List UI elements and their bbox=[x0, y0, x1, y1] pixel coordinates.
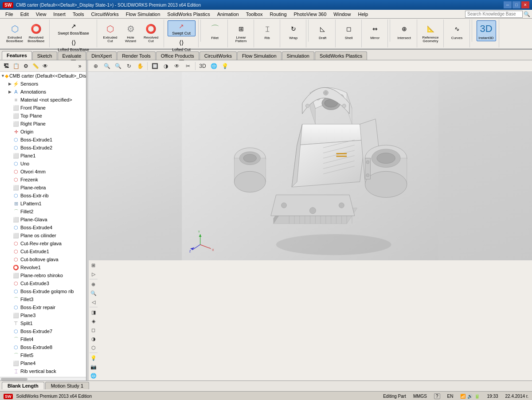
apply-scene-icon[interactable]: 🌐 bbox=[209, 62, 219, 71]
ambient-occlusion-icon[interactable]: 💡 bbox=[220, 62, 230, 71]
tab-simulation[interactable]: Simulation bbox=[282, 51, 314, 60]
property-manager-icon[interactable]: 📋 bbox=[12, 62, 20, 71]
tree-item-plane1[interactable]: ⬜ Plane1 bbox=[0, 152, 86, 160]
menu-help[interactable]: Help bbox=[354, 11, 372, 18]
zoom-in-icon[interactable]: 🔍 bbox=[102, 62, 112, 71]
lofted-boss-base-button[interactable]: ⟨⟩ Lofted Boss/Base bbox=[53, 37, 94, 53]
tree-item-revolve1[interactable]: ⭕ Revolve1 bbox=[0, 263, 86, 271]
tree-item-boss-extrude7[interactable]: ⬡ Boss-Extrude7 bbox=[0, 327, 86, 335]
linear-pattern-button[interactable]: ⊞ LinearPattern bbox=[231, 20, 251, 44]
tree-item-lpattern1[interactable]: ⊞ LPattern1 bbox=[0, 200, 86, 208]
tree-item-cut-rev-rebr[interactable]: ⬡ Cut-Rev-rebr glava bbox=[0, 239, 86, 247]
zoom-fit-rt-icon[interactable]: ⊕ bbox=[90, 280, 98, 288]
rt-display4[interactable]: ◑ bbox=[90, 335, 98, 343]
tree-item-uno[interactable]: ⬡ Uno bbox=[0, 160, 86, 168]
shell-button[interactable]: ◻ Shell bbox=[339, 20, 359, 41]
rt-scene-icon[interactable]: 🌐 bbox=[90, 372, 98, 380]
rt-btn2[interactable]: ▷ bbox=[90, 270, 98, 278]
tree-item-plane-os-cilinder[interactable]: ⬜ Plane os cilinder bbox=[0, 231, 86, 239]
tree-item-plane-rebra[interactable]: ⬜ Plane-rebra bbox=[0, 184, 86, 192]
instant3d-button[interactable]: 3D Instant3D bbox=[477, 20, 496, 41]
swept-cut-button[interactable]: ↗ Swept Cut bbox=[168, 20, 196, 36]
rt-display5[interactable]: ⬡ bbox=[90, 344, 98, 352]
rt-display2[interactable]: ◈ bbox=[90, 317, 98, 325]
tree-item-fillet5[interactable]: ⌒ Fillet5 bbox=[0, 351, 86, 359]
h-scrollbar-thumb[interactable] bbox=[1, 378, 27, 380]
feature-manager-icon[interactable]: 🏗 bbox=[2, 62, 11, 71]
tree-item-plane-glava[interactable]: ⬜ Plane-Glava bbox=[0, 216, 86, 224]
zoom-out-icon[interactable]: 🔍 bbox=[113, 62, 123, 71]
tree-item-boss-extrude-golqmo[interactable]: ⬡ Boss-Extrude golqmo rib bbox=[0, 287, 86, 295]
menu-toolbox[interactable]: Toolbox bbox=[243, 11, 266, 18]
menu-sw-plastics[interactable]: SolidWorks Plastics bbox=[164, 11, 213, 18]
tree-item-split1[interactable]: ⊤ Split1 bbox=[0, 319, 86, 327]
tree-root[interactable]: ▼ ◆ CMB carter (Default<<Default>_Disp..… bbox=[0, 72, 86, 80]
revolved-cut-button[interactable]: ⭕ RevolvedCut bbox=[141, 20, 161, 44]
section-view-icon[interactable]: ✂ bbox=[183, 62, 193, 71]
lofted-cut-button[interactable]: ⟨⟩ Lofted Cut bbox=[168, 37, 196, 53]
menu-file[interactable]: File bbox=[2, 11, 17, 18]
curves-button[interactable]: ∿ Curves bbox=[447, 20, 467, 41]
fillet-button[interactable]: ⌒ Fillet bbox=[205, 20, 225, 41]
tab-features[interactable]: Features bbox=[2, 51, 32, 60]
search-input[interactable] bbox=[465, 11, 523, 18]
rt-light-icon[interactable]: 💡 bbox=[90, 354, 98, 362]
tree-item-top-plane[interactable]: ⬜ Top Plane bbox=[0, 112, 86, 120]
expand-panel-icon[interactable]: » bbox=[75, 62, 84, 71]
tree-item-boss-extrude1[interactable]: ⬡ Boss-Extrude1 bbox=[0, 136, 86, 144]
config-manager-icon[interactable]: ⚙ bbox=[21, 62, 30, 71]
extruded-cut-button[interactable]: ⬡ ExtrudedCut bbox=[101, 20, 120, 44]
menu-routing[interactable]: Routing bbox=[266, 11, 290, 18]
tab-office-products[interactable]: Office Products bbox=[156, 51, 199, 60]
menu-view[interactable]: View bbox=[32, 11, 50, 18]
btab-blank-length[interactable]: Blank Length bbox=[2, 382, 44, 389]
reference-geometry-button[interactable]: 📐 ReferenceGeometry bbox=[421, 20, 441, 44]
tab-sketch[interactable]: Sketch bbox=[32, 51, 57, 60]
display-style-icon[interactable]: ◑ bbox=[161, 62, 171, 71]
menu-animation[interactable]: Animation bbox=[214, 11, 243, 18]
menu-window[interactable]: Window bbox=[330, 11, 354, 18]
dim-xpert-icon[interactable]: 📏 bbox=[31, 62, 40, 71]
wrap-button[interactable]: ↻ Wrap bbox=[284, 20, 303, 41]
view-expand-icon[interactable]: ⊞ bbox=[90, 261, 98, 269]
tree-item-plane4[interactable]: ⬜ Plane4 bbox=[0, 359, 86, 367]
display-manager-icon[interactable]: 👁 bbox=[41, 62, 50, 71]
tree-item-sensors[interactable]: ▶ ⚡ Sensors bbox=[0, 80, 86, 88]
tab-circuitworks[interactable]: CircuitWorks bbox=[200, 51, 237, 60]
tab-flow-simulation[interactable]: Flow Simulation bbox=[237, 51, 282, 60]
tree-item-fillet4[interactable]: ⌒ Fillet4 bbox=[0, 335, 86, 343]
hole-wizard-button[interactable]: ⚙ HoleWizard bbox=[121, 20, 141, 44]
rotate-icon[interactable]: ↻ bbox=[124, 62, 134, 71]
tab-render-tools[interactable]: Render Tools bbox=[117, 51, 156, 60]
rt-cam-icon[interactable]: 📷 bbox=[90, 363, 98, 371]
menu-photoview[interactable]: PhotoView 360 bbox=[290, 11, 330, 18]
revolved-boss-base-button[interactable]: ⭕ RevolvedBoss/Base bbox=[26, 20, 46, 44]
rib-button[interactable]: ⌶ Rib bbox=[258, 20, 277, 41]
extruded-boss-base-button[interactable]: ⬡ ExtrudedBoss/Base bbox=[4, 20, 25, 44]
tree-item-annotations[interactable]: ▶ A Annotations bbox=[0, 88, 86, 96]
tree-item-rib-vertical-back[interactable]: ⌶ Rib vertical back bbox=[0, 367, 86, 375]
viewport[interactable]: X Y Z bbox=[88, 72, 532, 260]
search-icon[interactable]: 🔍 bbox=[524, 11, 530, 17]
tree-item-cut-boltove[interactable]: ⬡ Cut-boltove glava bbox=[0, 255, 86, 263]
menu-tools[interactable]: Tools bbox=[69, 11, 88, 18]
tree-item-frezenk[interactable]: ⬡ Frezenk bbox=[0, 176, 86, 184]
minimize-button[interactable]: ─ bbox=[504, 1, 512, 8]
menu-insert[interactable]: Insert bbox=[50, 11, 69, 18]
tree-item-boss-extr-repair[interactable]: ⬡ Boss-Extr repair bbox=[0, 303, 86, 311]
3d-sketch-icon[interactable]: 3D bbox=[198, 62, 207, 71]
tree-item-front-plane[interactable]: ⬜ Front Plane bbox=[0, 104, 86, 112]
tree-item-boss-extrude8[interactable]: ⬡ Boss-Extrude8 bbox=[0, 343, 86, 351]
mirror-button[interactable]: ⇔ Mirror bbox=[365, 20, 385, 41]
tree-item-cut-extrude1[interactable]: ⬡ Cut-Extrude1 bbox=[0, 247, 86, 255]
tab-dimxpert[interactable]: DimXpert bbox=[86, 51, 117, 60]
btab-motion-study[interactable]: Motion Study 1 bbox=[45, 382, 89, 389]
draft-button[interactable]: ◺ Draft bbox=[313, 20, 332, 41]
tree-item-boss-extrude4[interactable]: ⬡ Boss-Extrude4 bbox=[0, 224, 86, 231]
tree-item-origin[interactable]: ✛ Origin bbox=[0, 128, 86, 136]
tab-evaluate[interactable]: Evaluate bbox=[58, 51, 86, 60]
tree-item-fillet3[interactable]: ⌒ Fillet3 bbox=[0, 295, 86, 303]
tree-item-otvori4mm[interactable]: ⬡ Otvori 4mm bbox=[0, 168, 86, 176]
tree-item-right-plane[interactable]: ⬜ Right Plane bbox=[0, 120, 86, 128]
maximize-button[interactable]: □ bbox=[512, 1, 520, 8]
